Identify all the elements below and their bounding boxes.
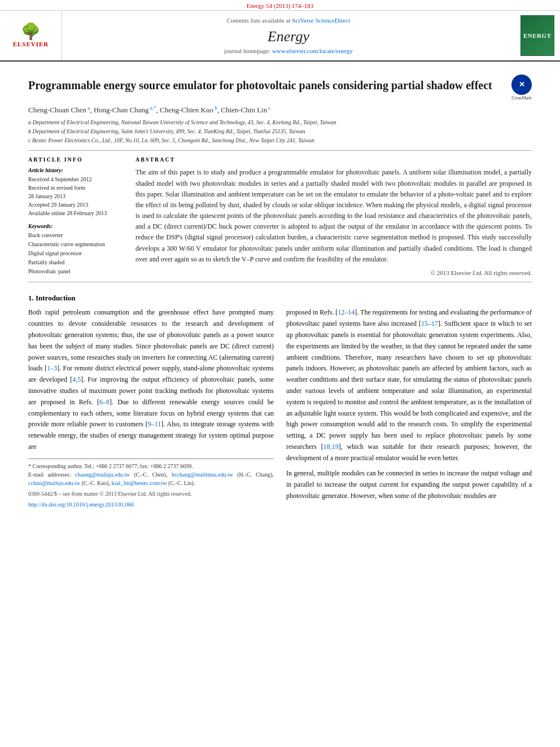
article-info-heading: ARTICLE INFO [28, 156, 124, 163]
intro-col1-text: Both rapid petroleum consumption and the… [28, 307, 274, 452]
intro-heading: 1. Introduction [28, 294, 532, 303]
energy-logo-text: ENERGY [523, 32, 552, 39]
divider-2 [28, 282, 532, 282]
author-d-sup: c [267, 105, 270, 111]
affiliation-a: a Department of Electrical Engineering, … [28, 118, 532, 126]
sciverse-link[interactable]: SciVerse ScienceDirect [292, 17, 350, 24]
paper-container: ✕ CrossMark Programmable energy source e… [0, 62, 560, 519]
author-b-name: Hong-Chan Chang [94, 106, 149, 114]
journal-header-center: Contents lists available at SciVerse Sci… [62, 11, 515, 60]
intro-columns: Both rapid petroleum consumption and the… [28, 307, 532, 508]
doi-line: http://dx.doi.org/10.1016/j.energy.2013.… [28, 500, 274, 509]
received-revised-label: Received in revised form [28, 184, 124, 192]
author-a-name: Cheng-Chuan Chen [28, 106, 86, 114]
authors-line: Cheng-Chuan Chen a, Hong-Chan Chang a,*,… [28, 105, 532, 115]
article-info-column: ARTICLE INFO Article history: Received 4… [28, 156, 124, 276]
elsevier-logo: 🌳 ELSEVIER [0, 11, 62, 60]
accepted-date: Accepted 29 January 2013 [28, 200, 124, 209]
keyword-1: Buck converter [28, 231, 124, 240]
copyright-line: © 2013 Elsevier Ltd. All rights reserved… [135, 269, 532, 276]
paper-title: Programmable energy source emulator for … [28, 77, 532, 93]
journal-header: 🌳 ELSEVIER Contents lists available at S… [0, 11, 560, 62]
issn-line: 0360-5442/$ – see front matter © 2013 El… [28, 490, 274, 498]
keyword-4: Partially shaded [28, 258, 124, 267]
elsevier-brand-text: ELSEVIER [13, 41, 49, 47]
received-date: Received 4 September 2012 [28, 175, 124, 184]
affiliation-c: c Bestec Power Electronics Co., Ltd., 10… [28, 136, 532, 145]
author-b-sup: a,* [149, 105, 156, 111]
abstract-section: ABSTRACT The aim of this paper is to stu… [135, 156, 532, 276]
journal-volume-bar: Energy 54 (2013) 174–183 [0, 0, 560, 11]
intro-col-right: proposed in Refs. [12–14]. The requireme… [286, 307, 532, 508]
email-link-a2[interactable]: hcchang@mailtntus.edu.tw [172, 471, 233, 478]
keywords-section: Keywords: Buck converter Characteristic … [28, 223, 124, 276]
abstract-text: The aim of this paper is to study and pr… [135, 167, 532, 265]
email-link-c[interactable]: ksal_lin@bestec.com.tw [112, 480, 167, 486]
author-c-sup: b [213, 105, 217, 111]
journal-title: Energy [268, 28, 309, 45]
email-link-b[interactable]: cckuo@mailsju.edu.tw [28, 480, 80, 486]
available-online: Available online 28 February 2013 [28, 209, 124, 217]
introduction-section: 1. Introduction Both rapid petroleum con… [28, 294, 532, 508]
section-title: Introduction [36, 294, 76, 302]
article-history: Article history: Received 4 September 20… [28, 167, 124, 217]
article-info-abstract-row: ARTICLE INFO Article history: Received 4… [28, 156, 532, 276]
email-label: E-mail addresses: [28, 471, 71, 478]
affiliations-block: a Department of Electrical Engineering, … [28, 118, 532, 145]
journal-logo: ENERGY [515, 11, 560, 60]
footnotes-block: * Corresponding author. Tel.: +886 2 273… [28, 458, 274, 509]
crossmark-icon: ✕ [511, 75, 532, 95]
intro-col-left: Both rapid petroleum consumption and the… [28, 307, 274, 508]
divider-1 [28, 150, 532, 151]
author-a-sup: a [86, 105, 90, 111]
elsevier-tree-icon: 🌳 [21, 24, 41, 40]
keywords-label: Keywords: [28, 223, 124, 229]
section-number: 1. [28, 294, 34, 302]
journal-homepage-line: journal homepage: www.elsevier.com/locat… [224, 47, 353, 54]
contents-available-line: Contents lists available at SciVerse Sci… [227, 17, 350, 24]
email-link-a1[interactable]: chaung@mailaju.edu.tw [75, 471, 130, 478]
author-c-name: Cheng-Chien Kuo [160, 106, 213, 114]
abstract-heading: ABSTRACT [135, 156, 532, 163]
keyword-5: Photovoltaic panel [28, 267, 124, 276]
history-label: Article history: [28, 167, 124, 173]
doi-link[interactable]: http://dx.doi.org/10.1016/j.energy.2013.… [28, 501, 134, 508]
crossmark-badge: ✕ CrossMark [511, 75, 532, 101]
journal-volume-text: Energy 54 (2013) 174–183 [247, 2, 314, 9]
energy-logo-box: ENERGY [520, 15, 554, 56]
email-footnote: E-mail addresses: chaung@mailaju.edu.tw … [28, 470, 274, 487]
affiliation-b: b Department of Electrical Engineering, … [28, 127, 532, 136]
keyword-2: Characteristic curve segmentation [28, 240, 124, 249]
homepage-url[interactable]: www.elsevier.com/locate/energy [272, 47, 353, 54]
contents-label: Contents lists available at [227, 17, 291, 24]
corresponding-footnote: * Corresponding author. Tel.: +886 2 273… [28, 462, 274, 470]
intro-col2-text: proposed in Refs. [12–14]. The requireme… [286, 307, 532, 464]
homepage-label: journal homepage: [224, 47, 270, 54]
intro-col2-para2: In general, multiple modules can be conn… [286, 468, 532, 501]
revised-date: 28 January 2013 [28, 192, 124, 200]
author-d-name: Chien-Chin Lin [221, 106, 267, 114]
keyword-3: Digital signal processor [28, 249, 124, 258]
